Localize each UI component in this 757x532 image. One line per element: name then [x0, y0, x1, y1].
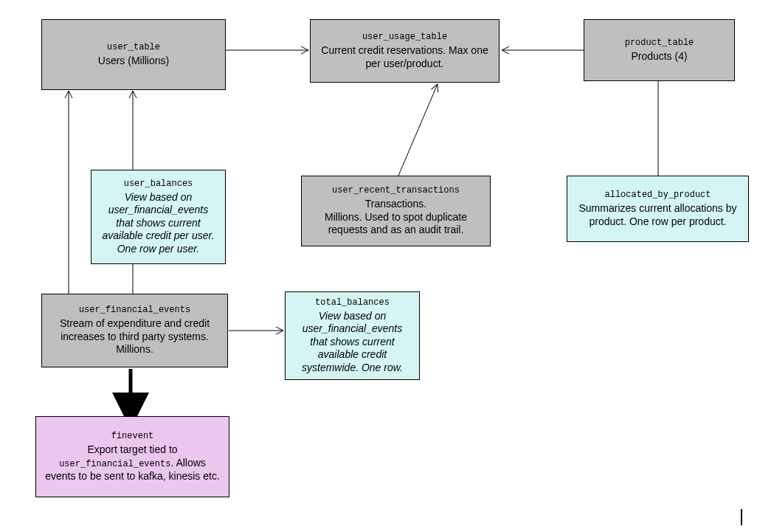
node-total-balances-code: total_balances	[293, 297, 412, 308]
node-allocated-by-product-code: allocated_by_product	[575, 190, 741, 201]
node-allocated-by-product-desc: Summarizes current allocations by produc…	[575, 202, 741, 228]
node-product-table-desc: Products (4)	[592, 50, 727, 63]
node-user-table-desc: Users (Millions)	[49, 55, 218, 68]
text-cursor	[741, 509, 742, 525]
node-user-balances-code: user_balances	[99, 179, 218, 190]
diagram-canvas: user_table Users (Millions) user_usage_t…	[0, 0, 757, 532]
node-user-usage-table[interactable]: user_usage_table Current credit reservat…	[310, 19, 500, 83]
node-user-balances[interactable]: user_balances View based on user_financi…	[91, 170, 226, 264]
node-total-balances[interactable]: total_balances View based on user_financ…	[285, 291, 420, 380]
node-finevent-code: finevent	[44, 431, 221, 442]
node-user-table-code: user_table	[49, 42, 218, 53]
node-finevent[interactable]: finevent Export target tied to user_fina…	[35, 416, 229, 497]
node-user-balances-desc: View based on user_financial_events that…	[99, 191, 218, 256]
node-user-recent-transactions[interactable]: user_recent_transactions Transactions. M…	[301, 176, 491, 246]
node-user-usage-table-desc: Current credit reservations. Max one per…	[318, 44, 491, 70]
node-user-financial-events[interactable]: user_financial_events Stream of expendit…	[41, 294, 228, 367]
node-product-table-code: product_table	[592, 38, 727, 49]
node-finevent-desc-prefix: Export target tied to	[87, 443, 177, 455]
node-total-balances-desc: View based on user_financial_events that…	[293, 310, 412, 375]
node-product-table[interactable]: product_table Products (4)	[584, 19, 735, 81]
node-allocated-by-product[interactable]: allocated_by_product Summarizes current …	[567, 176, 749, 242]
node-user-usage-table-code: user_usage_table	[318, 32, 491, 43]
node-user-financial-events-code: user_financial_events	[49, 305, 220, 316]
node-finevent-desc-code: user_financial_events	[59, 459, 170, 469]
node-finevent-desc: Export target tied to user_financial_eve…	[44, 443, 221, 483]
edge-user-recent-transactions-to-user-usage-table	[398, 84, 438, 176]
node-user-recent-transactions-desc: Transactions. Millions. Used to spot dup…	[309, 198, 483, 237]
node-user-recent-transactions-code: user_recent_transactions	[309, 185, 483, 196]
node-user-table[interactable]: user_table Users (Millions)	[41, 19, 226, 90]
node-user-financial-events-desc: Stream of expenditure and credit increas…	[49, 317, 220, 356]
